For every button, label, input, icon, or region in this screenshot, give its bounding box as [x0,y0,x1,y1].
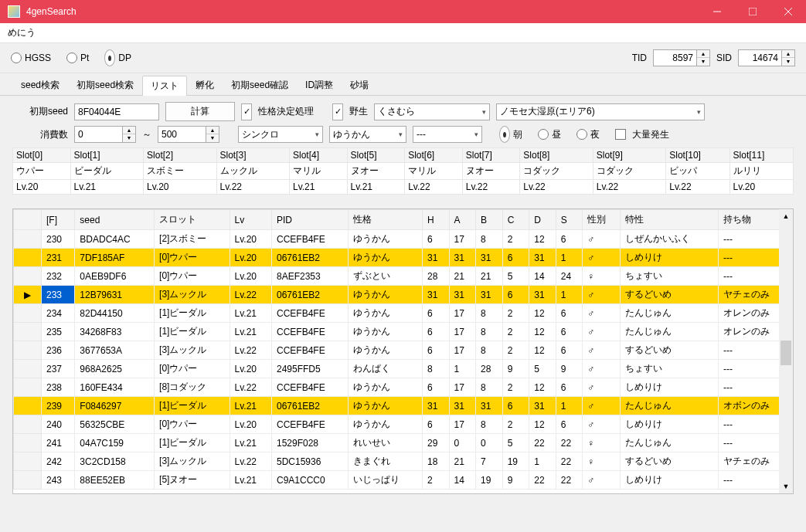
tab-初期seed確認[interactable]: 初期seed確認 [223,75,297,95]
results-cell[interactable]: 7DF185AF [75,249,155,267]
results-cell[interactable]: ♀ [583,452,621,471]
results-cell[interactable]: 2 [502,323,529,341]
results-cell[interactable]: [1]ビーダル [155,397,230,415]
results-cell[interactable]: しぜんかいふく [620,230,718,249]
results-cell[interactable]: 3C2CD158 [75,452,155,471]
menu-item-main[interactable]: めにう [8,27,36,38]
results-cell[interactable]: 6 [556,304,583,323]
results-header[interactable]: 性別 [583,210,621,230]
results-cell[interactable]: 6 [422,323,449,341]
encounter-select[interactable]: くさむら▾ [374,103,490,120]
results-cell[interactable]: 29 [422,434,449,452]
location-select[interactable]: ノモセ大湿原(エリア6)▾ [496,103,705,120]
lead-method-select[interactable]: シンクロ▾ [238,126,323,143]
table-row[interactable]: 239F0846297[1]ビーダルLv.2106761EB2ゆうかん31313… [14,397,793,415]
results-cell[interactable]: ♂ [583,230,621,249]
results-cell[interactable]: 31 [529,249,556,267]
results-cell[interactable]: 28 [422,267,449,286]
results-cell[interactable]: 5 [529,360,556,378]
results-cell[interactable]: たんじゅん [620,397,718,415]
results-cell[interactable]: するどいめ [620,341,718,360]
results-cell[interactable]: わんぱく [349,360,423,378]
results-cell[interactable]: 31 [449,397,476,415]
results-cell[interactable]: 6 [422,341,449,360]
results-cell[interactable]: 6 [422,378,449,397]
results-cell[interactable]: [0]ウパー [155,267,230,286]
results-cell[interactable]: 231 [42,249,75,267]
results-cell[interactable]: 22 [556,471,583,490]
results-cell[interactable]: ゆうかん [349,304,423,323]
calc-button[interactable]: 計算 [165,102,235,121]
results-header[interactable]: 特性 [620,210,718,230]
results-header[interactable]: S [556,210,583,230]
radio-morning[interactable]: 朝 [499,126,522,143]
results-cell[interactable]: きまぐれ [349,452,423,471]
results-header[interactable]: B [476,210,503,230]
results-cell[interactable]: ♂ [583,360,621,378]
results-cell[interactable]: 22 [529,471,556,490]
results-cell[interactable]: 968A2625 [75,360,155,378]
results-cell[interactable]: 1 [556,249,583,267]
tid-spinner[interactable]: ▲▼ [696,49,710,66]
radio-night[interactable]: 夜 [576,128,600,141]
results-cell[interactable]: 31 [422,286,449,304]
results-cell[interactable]: 2495FFD5 [271,360,348,378]
results-cell[interactable]: ♂ [583,249,621,267]
results-cell[interactable]: 06761EB2 [271,397,348,415]
results-cell[interactable]: 12 [529,415,556,434]
results-cell[interactable]: 12 [529,378,556,397]
results-cell[interactable]: 6 [556,378,583,397]
results-cell[interactable]: ちょすい [620,267,718,286]
results-cell[interactable]: 3677653A [75,341,155,360]
results-cell[interactable]: 6 [556,230,583,249]
results-cell[interactable]: CCEFB4FE [271,323,348,341]
results-cell[interactable]: しめりけ [620,378,718,397]
results-cell[interactable]: 238 [42,378,75,397]
results-cell[interactable]: 8 [476,230,503,249]
results-cell[interactable]: F0846297 [75,397,155,415]
results-header[interactable]: PID [271,210,348,230]
results-cell[interactable]: 31 [476,249,503,267]
results-cell[interactable]: 34268F83 [75,323,155,341]
results-cell[interactable]: Lv.20 [230,267,271,286]
table-row[interactable]: 238160FE434[8]コダックLv.22CCEFB4FEゆうかん61782… [14,378,793,397]
results-cell[interactable]: 233 [42,286,75,304]
results-cell[interactable]: 17 [449,341,476,360]
table-row[interactable]: 2320AEB9DF6[0]ウパーLv.208AEF2353ずぶとい282121… [14,267,793,286]
results-cell[interactable]: いじっぱり [349,471,423,490]
results-cell[interactable]: 6 [422,230,449,249]
results-cell[interactable]: ゆうかん [349,397,423,415]
results-header[interactable]: A [449,210,476,230]
results-cell[interactable]: Lv.21 [230,471,271,490]
results-cell[interactable]: ゆうかん [349,378,423,397]
results-cell[interactable]: 236 [42,341,75,360]
results-cell[interactable]: Lv.21 [230,304,271,323]
results-cell[interactable]: 232 [42,267,75,286]
results-cell[interactable]: 56325CBE [75,415,155,434]
results-cell[interactable]: 22 [556,434,583,452]
results-cell[interactable]: 6 [422,304,449,323]
results-cell[interactable]: [1]ビーダル [155,434,230,452]
results-cell[interactable]: 1529F028 [271,434,348,452]
table-row[interactable]: 24388EE52EB[5]ヌオーLv.21C9A1CCC0いじっぱり21419… [14,471,793,490]
init-seed-input[interactable] [74,103,159,120]
results-cell[interactable]: たんじゅん [620,434,718,452]
results-cell[interactable]: BDADC4AC [75,230,155,249]
results-cell[interactable]: 6 [556,341,583,360]
results-cell[interactable]: 19 [502,452,529,471]
results-cell[interactable]: ♂ [583,341,621,360]
results-cell[interactable]: 2 [502,304,529,323]
results-cell[interactable]: ♂ [583,415,621,434]
results-cell[interactable]: 234 [42,304,75,323]
results-cell[interactable]: たんじゅん [620,304,718,323]
tab-孵化[interactable]: 孵化 [187,75,223,95]
results-cell[interactable]: 28 [476,360,503,378]
table-row[interactable]: 23534268F83[1]ビーダルLv.21CCEFB4FEゆうかん61782… [14,323,793,341]
results-header[interactable]: [F] [42,210,75,230]
results-cell[interactable]: Lv.22 [230,341,271,360]
results-cell[interactable]: 0 [476,434,503,452]
results-cell[interactable]: 14 [529,267,556,286]
nature-decide-check[interactable] [241,103,252,120]
radio-dp[interactable]: DP [104,49,131,66]
results-cell[interactable]: Lv.20 [230,230,271,249]
